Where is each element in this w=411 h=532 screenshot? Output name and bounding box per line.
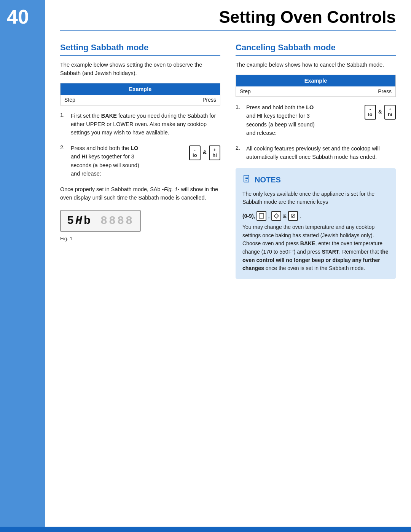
left-lo-key-bottom: lo (193, 152, 197, 158)
left-step-2-keys: - lo & + hi (186, 144, 220, 160)
right-step-1-inline: Press and hold both the LO and HI keys t… (246, 103, 396, 137)
notes-text-1: The only keys available once the applian… (242, 190, 389, 206)
left-step-2-number: 2. (60, 144, 68, 150)
right-step-2-content: All cooking features previously set and … (246, 144, 396, 161)
notes-diamond-key (271, 211, 281, 221)
right-step-1: 1. Press and hold both the LO and HI key… (236, 103, 396, 137)
right-ampersand: & (378, 108, 383, 116)
oven-display: 5Hb 8888 (60, 210, 141, 232)
left-hi-key: + hi (209, 145, 220, 160)
notes-key-range: (0-9), (242, 213, 255, 219)
display-dim-text: 8888 (100, 214, 134, 227)
right-step-2-number: 2. (236, 144, 243, 151)
left-table-header: Example (61, 83, 220, 95)
left-step-1-number: 1. (60, 112, 68, 118)
notes-text-2: You may change the oven temperature and … (242, 223, 389, 273)
left-table-subrow: Step Press (61, 95, 220, 105)
right-hi-key-bottom: hi (388, 112, 392, 118)
notes-text-1a: The only keys available once the applian… (242, 191, 374, 205)
right-col1-label: Step (240, 88, 251, 94)
left-ampersand: & (202, 149, 207, 157)
right-hi-key: + hi (384, 105, 396, 120)
left-step-2-text: Press and hold both the LO and HI keys t… (71, 144, 186, 178)
notes-comma: , (268, 212, 269, 219)
right-table-header: Example (236, 75, 395, 86)
main-content: Setting Oven Controls Setting Sabbath mo… (45, 0, 411, 527)
left-intro: The example below shows setting the oven… (60, 61, 220, 78)
right-lo-key-bottom: lo (368, 112, 373, 118)
right-step-1-content: Press and hold both the LO and HI keys t… (246, 103, 396, 137)
svg-line-7 (292, 214, 295, 217)
notes-box: NOTES The only keys available once the a… (236, 168, 396, 279)
right-section-heading: Canceling Sabbath mode (236, 43, 396, 56)
display-sab-text: 5Hb 8888 (67, 214, 134, 227)
right-lo-key-top: - (370, 107, 371, 112)
left-step-2: 2. Press and hold both the LO and HI key… (60, 144, 220, 178)
right-step-1-keys: - lo & + hi (362, 103, 396, 120)
left-lo-key: - lo (189, 145, 201, 160)
fig-caption: Fig. 1 (60, 236, 220, 241)
right-example-table: Example Step Press (236, 75, 396, 97)
page-number: 40 (7, 7, 29, 27)
notes-title: NOTES (255, 176, 281, 184)
right-column: Canceling Sabbath mode The example below… (236, 43, 396, 279)
left-step-1: 1. First set the BAKE feature you need d… (60, 112, 220, 137)
left-example-table: Example Step Press (60, 83, 220, 105)
left-column: Setting Sabbath mode The example below s… (60, 43, 220, 279)
notes-header: NOTES (242, 174, 389, 185)
right-step-1-text: Press and hold both the LO and HI keys t… (246, 103, 362, 137)
left-lo-key-top: - (194, 147, 196, 152)
notes-keys-row: (0-9), , & (242, 211, 389, 221)
left-hi-key-top: + (213, 147, 216, 152)
svg-rect-4 (259, 214, 264, 218)
left-steps: 1. First set the BAKE feature you need d… (60, 112, 220, 178)
page-title: Setting Oven Controls (60, 8, 396, 31)
left-post-note: Once properly set in Sabbath mode, SAb -… (60, 185, 220, 202)
notes-ampersand-2: & (283, 212, 287, 219)
right-col2-label: Press (378, 88, 392, 94)
left-hi-key-bottom: hi (212, 152, 217, 158)
right-intro: The example below shows how to cancel th… (236, 61, 396, 69)
svg-marker-5 (274, 214, 279, 218)
left-col1-label: Step (64, 97, 75, 103)
left-section-heading: Setting Sabbath mode (60, 43, 220, 56)
right-hi-key-top: + (389, 107, 391, 112)
right-step-1-number: 1. (236, 103, 243, 110)
notes-icon (242, 174, 252, 185)
two-columns: Setting Sabbath mode The example below s… (60, 43, 396, 279)
left-col2-label: Press (202, 97, 216, 103)
left-step-2-inline: Press and hold both the LO and HI keys t… (71, 144, 220, 178)
left-step-2-content: Press and hold both the LO and HI keys t… (71, 144, 220, 178)
right-lo-key: - lo (365, 105, 376, 120)
left-step-1-content: First set the BAKE feature you need duri… (71, 112, 220, 137)
right-table-subrow: Step Press (236, 86, 395, 97)
sidebar: 40 (0, 0, 45, 532)
notes-square-key (256, 211, 266, 221)
right-step-2: 2. All cooking features previously set a… (236, 144, 396, 161)
notes-circle-slash-key (288, 211, 298, 221)
bottom-bar (0, 527, 411, 532)
notes-period: . (299, 212, 301, 219)
right-steps: 1. Press and hold both the LO and HI key… (236, 103, 396, 161)
